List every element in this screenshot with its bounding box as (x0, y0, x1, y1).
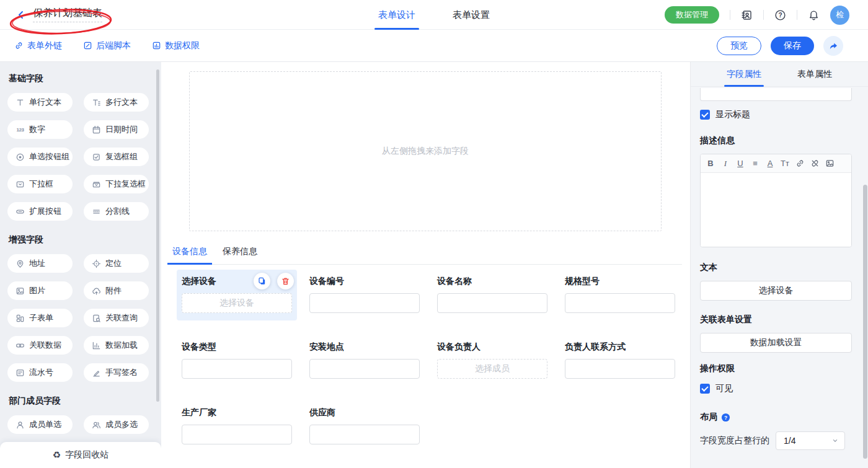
field-input[interactable] (309, 359, 420, 379)
contact-book-icon[interactable] (741, 9, 753, 21)
delete-field-button[interactable] (277, 273, 294, 289)
sidebar-field-item[interactable]: 数据加载 (84, 336, 149, 355)
field-input[interactable] (182, 425, 292, 444)
sidebar-field-item[interactable]: 关联数据 (7, 336, 73, 355)
insert-image-icon[interactable] (822, 154, 837, 173)
editor-toolbar: BIU≡ATт (701, 154, 851, 173)
sidebar-field-label: 多行文本 (105, 97, 138, 108)
field-title-input-partial[interactable] (700, 88, 852, 101)
sidebar-field-item[interactable]: 多行文本 (84, 93, 149, 112)
sidebar-field-label: 数据加载 (105, 340, 138, 351)
form-field[interactable]: 设备类型 (177, 335, 297, 386)
sidebar-field-item[interactable]: 手写签名 (84, 363, 149, 382)
panel-tab[interactable]: 字段属性 (727, 62, 761, 86)
header-tab[interactable]: 表单设置 (453, 0, 490, 30)
sidebar-field-item[interactable]: 附件 (84, 281, 149, 300)
form-field[interactable]: 负责人联系方式 (560, 335, 680, 386)
field-input[interactable] (565, 359, 675, 379)
show-title-checkbox-row[interactable]: 显示标题 (700, 109, 852, 120)
sidebar-field-item[interactable]: 日期时间 (84, 120, 149, 139)
save-button[interactable]: 保存 (771, 37, 814, 55)
form-field[interactable]: 设备名称 (432, 270, 552, 320)
link-icon[interactable] (792, 154, 807, 173)
copy-field-button[interactable] (254, 273, 270, 289)
sidebar-field-item[interactable]: 定位 (84, 254, 149, 273)
sidebar-field-item[interactable]: 图片 (7, 281, 73, 300)
sidebar-scrollbar[interactable] (156, 69, 159, 402)
sidebar-field-item[interactable]: 关联查询 (84, 309, 149, 327)
sidebar-field-item[interactable]: 下拉框 (7, 175, 73, 193)
font-size-icon[interactable]: Tт (777, 154, 792, 173)
font-color-icon[interactable]: A (763, 154, 777, 173)
panel-tab[interactable]: 表单属性 (797, 62, 832, 86)
description-textarea[interactable] (701, 173, 851, 247)
fields-grid: 选择设备 选择设备设备编号 设备名称 规格型号 设备类型 安装地点 设备负责人 … (177, 270, 690, 452)
field-recycle-bin-button[interactable]: ♻ 字段回收站 (0, 442, 161, 468)
field-input[interactable]: 选择成员 (437, 359, 547, 379)
svg-text:?: ? (778, 12, 782, 19)
notification-bell-icon[interactable] (808, 9, 820, 21)
sidebar-field-item[interactable]: 流水号 (7, 363, 73, 382)
window-scrollbar[interactable] (863, 185, 867, 459)
relation-section-heading: 关联表单设置 (700, 314, 852, 325)
sidebar-field-item[interactable]: 成员多选 (84, 415, 149, 434)
toolbar-link[interactable]: 表单外链 (14, 40, 62, 51)
sidebar-field-item[interactable]: 下拉复选框 (84, 175, 149, 193)
form-field[interactable]: 设备编号 (304, 270, 425, 320)
form-field[interactable]: 规格型号 (560, 270, 680, 320)
layout-width-select[interactable]: 1/4 (776, 431, 845, 450)
sidebar-field-item[interactable]: 地址 (7, 254, 73, 273)
layout-width-row: 字段宽度占整行的 1/4 (700, 431, 852, 450)
toolbar-link[interactable]: 数据权限 (152, 40, 200, 51)
data-load-settings-button[interactable]: 数据加载设置 (700, 333, 852, 353)
sidebar-field-item[interactable]: 123数字 (7, 120, 73, 139)
form-field[interactable]: 供应商 (304, 401, 425, 452)
form-field[interactable]: 安装地点 (304, 335, 425, 386)
form-field[interactable]: 设备负责人 选择成员 (432, 335, 552, 386)
select-device-button[interactable]: 选择设备 (700, 281, 852, 301)
align-icon[interactable]: ≡ (748, 154, 763, 173)
toolbar-links: 表单外链后端脚本数据权限 (0, 40, 200, 51)
field-input[interactable] (437, 293, 547, 313)
bold-icon[interactable]: B (703, 154, 718, 173)
unlink-icon[interactable] (807, 154, 822, 173)
sidebar-field-item[interactable]: 单选按钮组 (7, 148, 73, 166)
visible-checkbox-row[interactable]: 可见 (700, 383, 852, 394)
sidebar-field-item[interactable]: 成员单选 (7, 415, 73, 434)
canvas-group-tab[interactable]: 设备信息 (167, 246, 212, 264)
layout-help-icon[interactable]: ? (721, 413, 730, 422)
toolbar-link[interactable]: 后端脚本 (83, 40, 131, 51)
form-field[interactable]: 生产厂家 (177, 401, 297, 452)
field-input[interactable] (309, 425, 420, 444)
sidebar-field-item[interactable]: 扩展按钮 (7, 202, 73, 221)
field-input[interactable] (309, 293, 420, 313)
sidebar-pill-grid: 单行文本多行文本123数字日期时间单选按钮组复选框组下拉框下拉复选框扩展按钮分割… (7, 93, 161, 221)
header-tab[interactable]: 表单设计 (378, 0, 415, 30)
avatar[interactable]: 检 (830, 6, 849, 25)
field-input[interactable] (565, 293, 675, 313)
signature-icon (92, 368, 101, 377)
subform-icon (16, 314, 25, 323)
canvas-group-tab[interactable]: 保养信息 (218, 246, 262, 264)
italic-icon[interactable]: I (718, 154, 733, 173)
sidebar-field-item[interactable]: 分割线 (84, 202, 149, 221)
data-load-icon (92, 341, 101, 350)
sidebar-field-label: 图片 (29, 285, 45, 296)
field-input[interactable] (182, 359, 292, 379)
form-toolbar: 表单外链后端脚本数据权限 预览 保存 (0, 30, 868, 62)
data-permission-icon (152, 41, 161, 50)
preview-button[interactable]: 预览 (717, 37, 761, 55)
sidebar-field-item[interactable]: 子表单 (7, 309, 73, 327)
sidebar-field-item[interactable]: 单行文本 (7, 93, 73, 112)
sidebar-field-item[interactable]: 复选框组 (84, 148, 149, 166)
checkbox-checked-icon[interactable] (700, 110, 710, 120)
checkbox-checked-icon[interactable] (700, 384, 710, 394)
data-manage-button[interactable]: 数据管理 (665, 6, 719, 24)
share-button[interactable] (823, 36, 843, 56)
dropzone[interactable]: 从左侧拖拽来添加字段 (189, 71, 662, 231)
divider-icon (92, 207, 101, 216)
help-icon[interactable]: ? (774, 9, 786, 21)
form-field[interactable]: 选择设备 选择设备 (177, 270, 297, 320)
field-input[interactable]: 选择设备 (182, 293, 292, 313)
underline-icon[interactable]: U (733, 154, 748, 173)
